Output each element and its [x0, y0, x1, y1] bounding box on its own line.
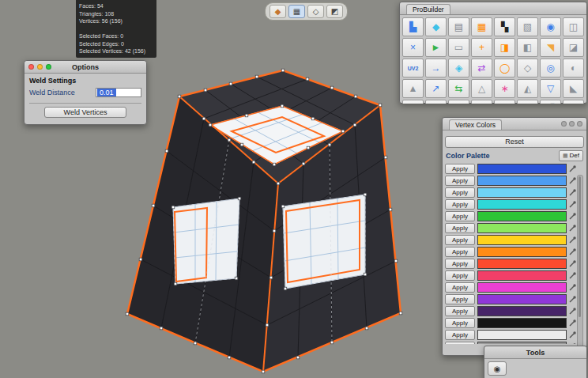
vertex-handle[interactable]: [255, 75, 258, 78]
apply-button[interactable]: Apply: [445, 199, 475, 210]
vertex-handle[interactable]: [160, 327, 163, 330]
color-swatch[interactable]: [477, 342, 567, 344]
tool-button[interactable]: ◉: [488, 361, 507, 376]
vertex-handle[interactable]: [152, 204, 155, 207]
offset-elements-icon[interactable]: ▣: [563, 100, 584, 104]
vertex-mode-icon[interactable]: ▦: [288, 5, 305, 18]
vertex-handle[interactable]: [379, 104, 382, 107]
collapse-vertices-icon[interactable]: ◣: [563, 79, 584, 98]
vertex-handle[interactable]: [174, 282, 177, 285]
vertex-handle[interactable]: [202, 117, 205, 120]
vertex-handle[interactable]: [252, 161, 255, 164]
weld-vertices-button[interactable]: Weld Vertices: [44, 107, 127, 118]
grow-selection-icon[interactable]: →: [425, 59, 447, 77]
new-poly-shape-icon[interactable]: ◆: [425, 17, 447, 36]
vertex-handle[interactable]: [235, 277, 238, 280]
apply-button[interactable]: Apply: [445, 259, 475, 269]
fill-hole-icon[interactable]: ⇅: [425, 100, 447, 104]
merge-objects-icon[interactable]: ◫: [563, 17, 584, 36]
vertex-handle[interactable]: [364, 193, 367, 196]
probuilder-titlebar[interactable]: ProBuilder: [400, 2, 586, 15]
vertex-handle[interactable]: [296, 356, 300, 359]
color-swatch[interactable]: [477, 270, 567, 281]
eyedropper-icon[interactable]: [569, 331, 577, 338]
flip-normals-icon[interactable]: ×: [402, 38, 424, 57]
material-editor-icon[interactable]: ▤: [448, 17, 469, 36]
apply-button[interactable]: Apply: [445, 282, 475, 293]
vertex-handle[interactable]: [172, 206, 175, 209]
vertex-handle[interactable]: [281, 104, 284, 108]
apply-button[interactable]: Apply: [445, 187, 475, 198]
vertex-handle[interactable]: [394, 259, 398, 263]
eyedropper-icon[interactable]: [569, 212, 577, 220]
vertex-handle[interactable]: [307, 146, 310, 149]
vertex-handle[interactable]: [341, 130, 345, 133]
vertex-handle[interactable]: [281, 69, 285, 72]
window-dot-icon[interactable]: [577, 121, 582, 127]
vertex-handle[interactable]: [306, 77, 309, 81]
right-window[interactable]: [283, 195, 365, 289]
eyedropper-icon[interactable]: [569, 176, 577, 184]
shrink-selection-icon[interactable]: ◈: [448, 59, 469, 77]
vertex-handle[interactable]: [139, 258, 142, 261]
eyedropper-icon[interactable]: [569, 248, 577, 255]
options-titlebar[interactable]: Options: [24, 61, 146, 74]
eyedropper-icon[interactable]: [569, 307, 577, 315]
apply-button[interactable]: Apply: [445, 164, 475, 174]
vertex-handle[interactable]: [328, 143, 331, 146]
new-shape-icon[interactable]: ▙: [402, 17, 424, 36]
eyedropper-icon[interactable]: [569, 188, 577, 196]
color-swatch[interactable]: [477, 187, 567, 198]
probuilderize-icon[interactable]: ◪: [563, 38, 584, 57]
merge-faces-icon[interactable]: ◬: [494, 100, 515, 104]
insert-edge-loop-icon[interactable]: ◭: [517, 79, 538, 98]
reset-button[interactable]: Reset: [445, 136, 584, 148]
tools-titlebar[interactable]: Tools: [484, 346, 586, 359]
vertex-handle[interactable]: [245, 114, 248, 117]
vertex-handle[interactable]: [273, 229, 276, 232]
apply-button[interactable]: Apply: [445, 270, 475, 281]
vertex-handle[interactable]: [126, 312, 129, 316]
vertex-handle[interactable]: [273, 163, 276, 166]
bevel-edges-icon[interactable]: △: [471, 79, 492, 98]
vertex-handle[interactable]: [228, 138, 231, 142]
color-swatch[interactable]: [477, 211, 567, 221]
detach-faces-icon[interactable]: ◖: [448, 100, 469, 104]
eyedropper-icon[interactable]: [569, 342, 577, 344]
eyedropper-icon[interactable]: [569, 259, 577, 267]
vertex-handle[interactable]: [353, 123, 356, 127]
handle-alignment-icon[interactable]: ▲: [402, 79, 424, 98]
uv-editor-icon[interactable]: ▦: [471, 17, 492, 36]
vertex-handle[interactable]: [330, 341, 334, 344]
bridge-edges-icon[interactable]: ⇆: [448, 79, 469, 98]
subdivide-faces-icon[interactable]: ▞: [540, 100, 561, 104]
split-vertices-icon[interactable]: ◤: [402, 100, 424, 104]
vertex-handle[interactable]: [238, 197, 241, 200]
cube-mesh[interactable]: [126, 69, 402, 373]
color-swatch[interactable]: [477, 282, 567, 293]
eyedropper-icon[interactable]: [569, 164, 577, 172]
apply-button[interactable]: Apply: [445, 306, 475, 316]
generate-uv2-icon[interactable]: UV2: [402, 59, 424, 77]
apply-button[interactable]: Apply: [445, 294, 475, 304]
weld-distance-input[interactable]: 0.01: [96, 88, 141, 97]
vertex-handle[interactable]: [178, 95, 181, 98]
export-icon[interactable]: ◥: [540, 38, 561, 57]
eyedropper-icon[interactable]: [569, 295, 577, 303]
triangulate-icon[interactable]: ◨: [494, 38, 515, 57]
color-swatch[interactable]: [477, 294, 567, 304]
conform-normals-icon[interactable]: +: [471, 38, 492, 57]
vertex-handle[interactable]: [229, 82, 232, 85]
invert-selection-icon[interactable]: ⇄: [471, 59, 492, 77]
window-dot-icon[interactable]: [569, 121, 575, 127]
color-swatch[interactable]: [477, 176, 567, 186]
scrollbar-thumb[interactable]: [579, 176, 581, 317]
eyedropper-icon[interactable]: [569, 271, 577, 279]
vertex-handle[interactable]: [240, 143, 243, 146]
apply-button[interactable]: Apply: [445, 247, 475, 257]
apply-button[interactable]: Apply: [445, 318, 475, 328]
vertex-handle[interactable]: [302, 162, 305, 165]
color-swatch[interactable]: [477, 235, 567, 245]
palette-scrollbar[interactable]: [577, 175, 583, 352]
vertex-handle[interactable]: [270, 276, 273, 279]
